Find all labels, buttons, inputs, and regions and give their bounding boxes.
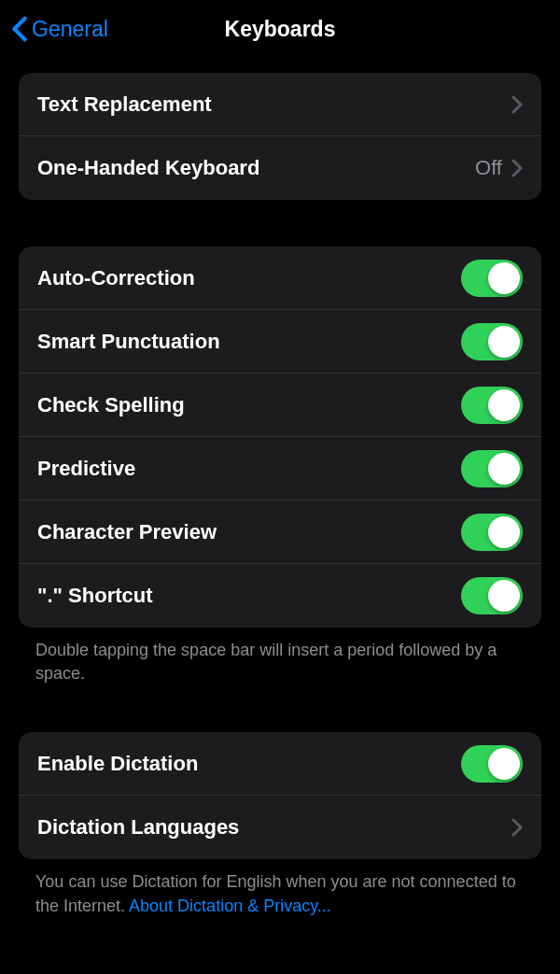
dictation-privacy-link[interactable]: About Dictation & Privacy... xyxy=(129,896,331,915)
row-trail xyxy=(511,818,523,837)
row-trail: Off xyxy=(475,156,523,180)
row-label: "." Shortcut xyxy=(37,584,153,608)
period-shortcut-row: "." Shortcut xyxy=(19,564,541,628)
chevron-right-icon xyxy=(511,818,523,837)
smart-punctuation-row: Smart Punctuation xyxy=(19,310,541,374)
nav-bar: General Keyboards xyxy=(0,0,560,58)
group-2-footer: Double tapping the space bar will insert… xyxy=(0,628,560,685)
row-value: Off xyxy=(475,156,502,180)
smart-punctuation-toggle[interactable] xyxy=(461,323,523,360)
row-label: Enable Dictation xyxy=(37,752,198,776)
row-label: Smart Punctuation xyxy=(37,330,220,354)
row-trail xyxy=(511,95,523,114)
check-spelling-row: Check Spelling xyxy=(19,374,541,437)
group-3-footer: You can use Dictation for English when y… xyxy=(0,859,560,917)
predictive-row: Predictive xyxy=(19,437,541,501)
row-label: Auto-Correction xyxy=(37,266,195,290)
period-shortcut-toggle[interactable] xyxy=(461,577,523,614)
row-label: Character Preview xyxy=(37,520,217,544)
chevron-left-icon xyxy=(11,16,28,42)
one-handed-keyboard-row[interactable]: One-Handed Keyboard Off xyxy=(19,136,541,200)
row-label: Check Spelling xyxy=(37,393,185,417)
row-label: One-Handed Keyboard xyxy=(37,156,259,180)
enable-dictation-toggle[interactable] xyxy=(461,745,523,783)
character-preview-row: Character Preview xyxy=(19,501,541,564)
enable-dictation-row: Enable Dictation xyxy=(19,732,541,796)
dictation-languages-row[interactable]: Dictation Languages xyxy=(19,796,541,859)
auto-correction-toggle[interactable] xyxy=(461,260,523,297)
settings-group-2: Auto-Correction Smart Punctuation Check … xyxy=(19,247,541,628)
chevron-right-icon xyxy=(511,95,523,114)
check-spelling-toggle[interactable] xyxy=(461,387,523,424)
character-preview-toggle[interactable] xyxy=(461,514,523,551)
back-label: General xyxy=(32,17,108,42)
row-label: Predictive xyxy=(37,457,135,481)
back-button[interactable]: General xyxy=(11,16,108,42)
auto-correction-row: Auto-Correction xyxy=(19,247,541,310)
settings-group-1: Text Replacement One-Handed Keyboard Off xyxy=(19,73,541,200)
text-replacement-row[interactable]: Text Replacement xyxy=(19,73,541,136)
page-title: Keyboards xyxy=(225,17,336,42)
settings-group-3: Enable Dictation Dictation Languages xyxy=(19,732,541,859)
predictive-toggle[interactable] xyxy=(461,450,523,487)
chevron-right-icon xyxy=(511,159,523,177)
row-label: Dictation Languages xyxy=(37,815,239,840)
row-label: Text Replacement xyxy=(37,92,212,117)
